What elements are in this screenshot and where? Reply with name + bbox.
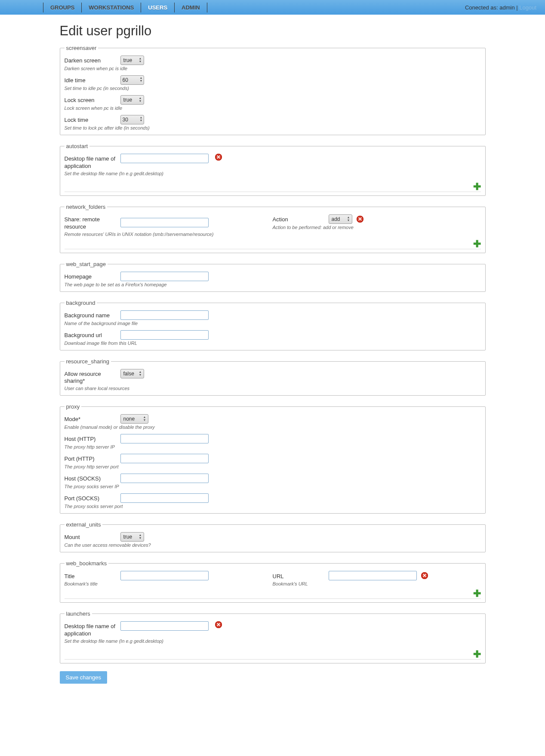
save-button[interactable]: Save changes	[60, 671, 107, 684]
background-url-help: Download image file from this URL	[65, 341, 481, 346]
mount-select[interactable]: true▲▼	[120, 532, 144, 542]
idle-time-input[interactable]: 60▲▼	[120, 75, 144, 85]
lock-screen-label: Lock screen	[65, 95, 120, 104]
autostart-label: Desktop file name of application	[65, 154, 120, 170]
bookmark-url-help: Bookmark's URL	[273, 581, 481, 586]
select-arrows-icon: ▲▼	[347, 216, 350, 222]
legend-launchers: launchers	[65, 610, 92, 617]
fieldset-background: background Background name Name of the b…	[60, 300, 486, 350]
proxy-portsocks-label: Port (SOCKS)	[65, 493, 120, 502]
legend-web-start-page: web_start_page	[65, 261, 108, 267]
proxy-mode-help: Enable (manual mode) or disable the prox…	[65, 424, 481, 430]
proxy-hosthttp-label: Host (HTTP)	[65, 434, 120, 443]
action-label: Action	[273, 214, 329, 223]
nav-users[interactable]: USERS	[141, 3, 175, 12]
mount-help: Can the user access removable devices?	[65, 542, 481, 548]
legend-background: background	[65, 300, 97, 306]
legend-web-bookmarks: web_bookmarks	[65, 560, 109, 567]
homepage-label: Homepage	[65, 272, 120, 281]
proxy-porthttp-label: Port (HTTP)	[65, 454, 120, 463]
proxy-mode-label: Mode*	[65, 414, 120, 423]
fieldset-resource-sharing: resource_sharing Allow resource sharing*…	[60, 358, 486, 396]
legend-resource-sharing: resource_sharing	[65, 358, 111, 365]
add-icon[interactable]: ✚	[473, 182, 481, 192]
fieldset-web-start-page: web_start_page Homepage The web page to …	[60, 261, 486, 292]
add-icon[interactable]: ✚	[473, 589, 481, 598]
idle-time-label: Idle time	[65, 75, 120, 84]
navbar: GROUPS WORKSTATIONS USERS ADMIN Conected…	[0, 0, 545, 15]
idle-time-help: Set time to idle pc (in seconds)	[65, 86, 481, 91]
divider	[65, 598, 481, 599]
main-container: Edit user pgrillo screensaver Darken scr…	[60, 15, 486, 697]
proxy-portsocks-input[interactable]	[120, 493, 209, 503]
delete-icon[interactable]: ✕	[215, 621, 222, 628]
add-icon[interactable]: ✚	[473, 239, 481, 249]
share-help: Remote resources' URIs in UNIX notation …	[65, 232, 273, 237]
action-help: Action to be performed: add or remove	[273, 225, 481, 230]
proxy-porthttp-help: The proxy http server port	[65, 464, 481, 469]
page-title: Edit user pgrillo	[60, 23, 486, 39]
resource-sharing-select[interactable]: false▲▼	[120, 369, 144, 378]
nav-admin[interactable]: ADMIN	[174, 3, 207, 12]
homepage-input[interactable]	[120, 272, 209, 281]
delete-icon[interactable]: ✕	[421, 572, 428, 579]
delete-icon[interactable]: ✕	[215, 154, 222, 161]
background-name-help: Name of the background image file	[65, 321, 481, 326]
proxy-portsocks-help: The proxy socks server port	[65, 504, 481, 509]
legend-external-units: external_units	[65, 521, 103, 528]
bookmark-title-label: Title	[65, 571, 120, 580]
divider	[65, 659, 481, 660]
proxy-hosthttp-input[interactable]	[120, 434, 209, 443]
nav-left: GROUPS WORKSTATIONS USERS ADMIN	[43, 3, 207, 12]
proxy-porthttp-input[interactable]	[120, 454, 209, 463]
logout-link[interactable]: Logout	[519, 4, 536, 11]
delete-icon[interactable]: ✕	[357, 216, 363, 223]
nav-workstations[interactable]: WORKSTATIONS	[81, 3, 141, 12]
proxy-hostsocks-input[interactable]	[120, 474, 209, 483]
lock-screen-select[interactable]: true▲▼	[120, 95, 144, 105]
autostart-input[interactable]	[120, 154, 209, 163]
action-select[interactable]: add▲▼	[329, 214, 352, 224]
select-arrows-icon: ▲▼	[139, 57, 142, 63]
share-input[interactable]	[120, 218, 209, 227]
background-name-label: Background name	[65, 310, 120, 319]
background-url-input[interactable]	[120, 330, 209, 340]
lock-time-input[interactable]: 30▲▼	[120, 115, 144, 124]
launchers-label: Desktop file name of application	[65, 621, 120, 638]
homepage-help: The web page to be set as a Firefox's ho…	[65, 282, 481, 287]
legend-autostart: autostart	[65, 143, 90, 149]
darken-screen-label: Darken screen	[65, 56, 120, 65]
darken-screen-help: Darken screen when pc is idle	[65, 66, 481, 71]
proxy-hostsocks-help: The proxy socks server IP	[65, 484, 481, 489]
nav-groups[interactable]: GROUPS	[43, 3, 82, 12]
bookmark-title-input[interactable]	[120, 571, 209, 580]
proxy-mode-select[interactable]: none▲▼	[120, 414, 148, 424]
bookmark-url-input[interactable]	[329, 571, 417, 580]
fieldset-external-units: external_units Mount true▲▼ Can the user…	[60, 521, 486, 552]
fieldset-proxy: proxy Mode* none▲▼ Enable (manual mode) …	[60, 403, 486, 514]
background-name-input[interactable]	[120, 310, 209, 320]
select-arrows-icon: ▲▼	[143, 415, 146, 421]
select-arrows-icon: ▲▼	[139, 96, 142, 102]
fieldset-launchers: launchers Desktop file name of applicati…	[60, 610, 486, 663]
lock-time-help: Set time to lock pc after idle (in secon…	[65, 125, 481, 130]
bookmark-title-help: Bookmark's title	[65, 581, 273, 586]
select-arrows-icon: ▲▼	[139, 533, 142, 539]
share-label: Share: remote resource	[65, 214, 120, 231]
legend-screensaver: screensaver	[65, 45, 99, 51]
divider	[65, 249, 481, 249]
launchers-help: Set the desktop file name (In e.g gedit.…	[65, 638, 481, 644]
bookmark-url-label: URL	[273, 571, 329, 580]
darken-screen-select[interactable]: true▲▼	[120, 56, 144, 65]
spinner-arrows-icon: ▲▼	[140, 76, 143, 82]
mount-label: Mount	[65, 532, 120, 541]
launchers-input[interactable]	[120, 621, 209, 631]
nav-user-info: Conected as: admin | Logout	[465, 4, 536, 11]
fieldset-web-bookmarks: web_bookmarks Title Bookmark's title URL…	[60, 560, 486, 603]
fieldset-network-folders: network_folders Share: remote resource R…	[60, 204, 486, 253]
add-icon[interactable]: ✚	[473, 650, 481, 659]
autostart-help: Set the desktop file name (In e.g gedit.…	[65, 171, 481, 176]
legend-proxy: proxy	[65, 403, 82, 410]
background-url-label: Background url	[65, 330, 120, 339]
divider	[65, 192, 481, 192]
